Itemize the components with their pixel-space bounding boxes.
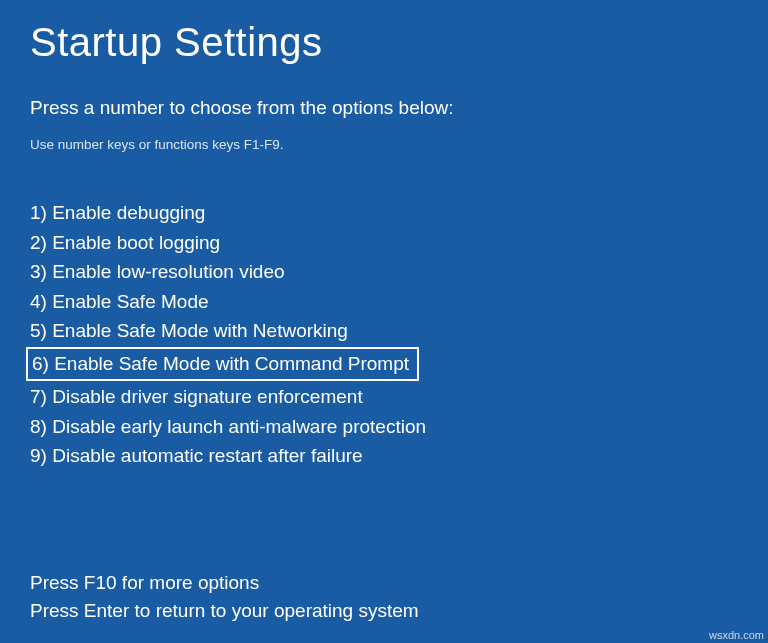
option-number: 5 <box>30 320 41 341</box>
return-text: Press Enter to return to your operating … <box>30 597 738 625</box>
option-2[interactable]: 2) Enable boot logging <box>30 228 738 258</box>
option-7[interactable]: 7) Disable driver signature enforcement <box>30 382 738 412</box>
watermark: wsxdn.com <box>709 629 764 641</box>
option-number: 1 <box>30 202 41 223</box>
option-label: Enable low-resolution video <box>52 261 284 282</box>
option-number: 8 <box>30 416 41 437</box>
option-label: Enable debugging <box>52 202 205 223</box>
option-number: 7 <box>30 386 41 407</box>
option-3[interactable]: 3) Enable low-resolution video <box>30 257 738 287</box>
instruction-text: Press a number to choose from the option… <box>30 97 738 119</box>
startup-settings-screen: Startup Settings Press a number to choos… <box>0 0 768 625</box>
option-number: 6 <box>32 353 43 374</box>
page-title: Startup Settings <box>30 20 738 65</box>
footer: Press F10 for more options Press Enter t… <box>30 569 738 625</box>
more-options-text: Press F10 for more options <box>30 569 738 597</box>
option-label: Enable boot logging <box>52 232 220 253</box>
option-label: Disable driver signature enforcement <box>52 386 363 407</box>
option-1[interactable]: 1) Enable debugging <box>30 198 738 228</box>
option-6[interactable]: 6) Enable Safe Mode with Command Prompt <box>30 346 738 383</box>
option-label: Disable automatic restart after failure <box>52 445 362 466</box>
option-number: 3 <box>30 261 41 282</box>
option-8[interactable]: 8) Disable early launch anti-malware pro… <box>30 412 738 442</box>
option-number: 4 <box>30 291 41 312</box>
option-9[interactable]: 9) Disable automatic restart after failu… <box>30 441 738 471</box>
option-label: Enable Safe Mode <box>52 291 208 312</box>
option-label: Disable early launch anti-malware protec… <box>52 416 426 437</box>
option-number: 2 <box>30 232 41 253</box>
option-5[interactable]: 5) Enable Safe Mode with Networking <box>30 316 738 346</box>
option-4[interactable]: 4) Enable Safe Mode <box>30 287 738 317</box>
option-number: 9 <box>30 445 41 466</box>
hint-text: Use number keys or functions keys F1-F9. <box>30 137 738 152</box>
options-list: 1) Enable debugging 2) Enable boot loggi… <box>30 198 738 471</box>
option-label: Enable Safe Mode with Networking <box>52 320 348 341</box>
option-label: Enable Safe Mode with Command Prompt <box>54 353 409 374</box>
